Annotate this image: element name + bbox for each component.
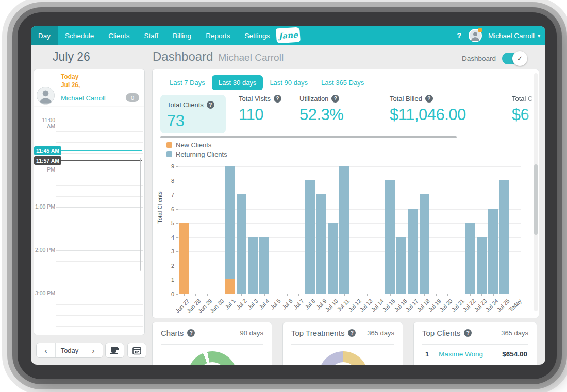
next-day-button[interactable]: ›: [84, 343, 103, 357]
schedule-slot-line: [56, 326, 143, 327]
top-treatments-card: Top Treatments? 365 days: [282, 322, 403, 365]
help-icon[interactable]: ?: [348, 329, 356, 337]
help-icon[interactable]: ?: [207, 101, 214, 109]
help-icon[interactable]: ?: [187, 329, 195, 337]
help-icon[interactable]: ?: [425, 95, 433, 103]
bar-new-clients[interactable]: [179, 223, 189, 294]
help-icon[interactable]: ?: [456, 31, 462, 40]
x-tick: [219, 294, 219, 296]
bar-returning-clients[interactable]: [408, 209, 418, 294]
stat-total-clients[interactable]: Total Clients? 73: [160, 95, 226, 133]
coffee-cup-icon: [110, 346, 120, 354]
bar-returning-clients[interactable]: [259, 237, 269, 294]
card-period: 90 days: [240, 329, 263, 337]
schedule-slot-line: [56, 164, 143, 164]
bar-returning-clients[interactable]: [248, 237, 258, 294]
tab-last-365-days[interactable]: Last 365 Days: [314, 75, 371, 90]
nav-item-staff[interactable]: Staff: [137, 26, 166, 45]
schedule-slot-line: [56, 240, 143, 240]
schedule-slot-line: [56, 229, 143, 229]
x-tick: [287, 294, 288, 296]
tablet-frame: Day Schedule Clients Staff Billing Repor…: [18, 12, 557, 379]
nav-item-day[interactable]: Day: [31, 26, 58, 45]
x-tick: [276, 294, 276, 296]
bar-returning-clients[interactable]: [385, 180, 395, 294]
stats-horizontal-scrollbar[interactable]: [160, 136, 457, 138]
x-tick: [470, 294, 471, 296]
x-tick: [264, 294, 265, 296]
nav-item-clients[interactable]: Clients: [101, 26, 137, 45]
prev-day-button[interactable]: ‹: [37, 343, 55, 357]
dashboard-toggle-wrap: Dashboard ✓: [462, 53, 526, 64]
x-tick: [436, 294, 437, 296]
stat-total-visits[interactable]: Total Visits? 110: [239, 95, 281, 124]
bar-returning-clients[interactable]: [465, 223, 475, 294]
bar-returning-clients[interactable]: [420, 194, 429, 294]
schedule-scrollbar[interactable]: [140, 158, 141, 271]
tab-last-90-days[interactable]: Last 90 days: [263, 75, 314, 90]
charts-donut[interactable]: [188, 351, 237, 365]
toggle-check-icon: ✓: [512, 51, 527, 66]
y-tick-label: 3: [161, 248, 178, 254]
jane-logo[interactable]: Jane: [276, 27, 301, 43]
nav-right: ? Michael Carroll ▾: [456, 26, 540, 45]
bar-returning-clients[interactable]: [499, 180, 509, 294]
schedule-slot-line: [56, 250, 143, 251]
stage: Day Schedule Clients Staff Billing Repor…: [0, 0, 567, 392]
x-tick: [481, 294, 482, 296]
time-label: 2:00 PM: [34, 247, 55, 253]
y-tick-label: 9: [161, 163, 178, 169]
x-tick: [298, 294, 299, 296]
x-tick: [516, 294, 516, 296]
secondary-time-line[interactable]: [56, 160, 142, 161]
user-menu[interactable]: Michael Carroll ▾: [488, 32, 540, 40]
y-tick-label: 5: [161, 220, 178, 226]
schedule-slot-line: [56, 218, 143, 218]
staff-avatar[interactable]: [37, 87, 55, 105]
tab-last-30-days[interactable]: Last 30 days: [212, 75, 263, 90]
card-title: Top Clients?: [422, 329, 472, 337]
schedule-slot-line: [56, 283, 143, 283]
nav-item-schedule[interactable]: Schedule: [58, 26, 101, 45]
bar-returning-clients[interactable]: [237, 194, 246, 294]
calendar-button[interactable]: [127, 343, 146, 358]
nav-item-reports[interactable]: Reports: [198, 26, 237, 45]
today-button[interactable]: Today: [55, 343, 84, 357]
bar-new-clients[interactable]: [225, 279, 235, 294]
x-tick: [424, 294, 425, 296]
x-tick: [459, 294, 459, 296]
schedule-slot-line: [56, 294, 143, 294]
treatments-donut[interactable]: [319, 351, 368, 365]
tab-last-7-days[interactable]: Last 7 Days: [163, 75, 212, 90]
dashboard-toggle[interactable]: ✓: [502, 53, 526, 64]
schedule-slot-line: [56, 153, 143, 154]
bar-returning-clients[interactable]: [396, 237, 406, 294]
x-tick: [493, 294, 494, 296]
nav-item-billing[interactable]: Billing: [165, 26, 198, 45]
bar-returning-clients[interactable]: [225, 166, 235, 279]
divider: [291, 344, 394, 345]
help-icon[interactable]: ?: [331, 95, 339, 103]
user-avatar[interactable]: [469, 29, 482, 42]
bar-returning-clients[interactable]: [305, 180, 315, 294]
stat-total-billed[interactable]: Total Billed? $11,046.00: [390, 95, 466, 124]
bar-returning-clients[interactable]: [316, 194, 326, 294]
break-button[interactable]: [105, 343, 124, 358]
bar-returning-clients[interactable]: [477, 237, 487, 294]
bar-returning-clients[interactable]: [339, 166, 349, 294]
client-name-link[interactable]: Maxime Wong: [439, 350, 483, 358]
stat-utilization[interactable]: Utilization? 52.3%: [299, 95, 343, 124]
nav-item-settings[interactable]: Settings: [237, 26, 277, 45]
help-icon[interactable]: ?: [274, 95, 281, 103]
panel-scrollbar-thumb[interactable]: [534, 164, 538, 235]
y-tick-label: 2: [161, 263, 178, 269]
y-tick-label: 4: [161, 234, 178, 241]
staff-name-link[interactable]: Michael Carroll: [61, 94, 106, 102]
help-icon[interactable]: ?: [464, 329, 472, 337]
bar-returning-clients[interactable]: [328, 223, 338, 294]
x-tick: [413, 294, 413, 296]
bar-returning-clients[interactable]: [488, 209, 498, 294]
x-tick: [390, 294, 391, 296]
y-tick-label: 6: [161, 206, 178, 212]
appointment-count-badge: 0: [126, 93, 139, 102]
